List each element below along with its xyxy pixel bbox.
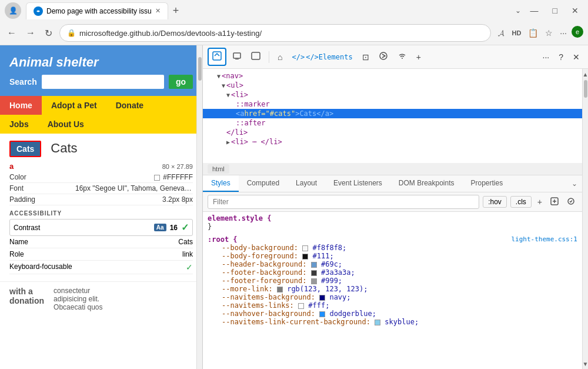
css-var-navitems-links: --navitems-links: #fff; — [215, 301, 577, 310]
filter-input[interactable] — [208, 195, 479, 209]
element-tag: a — [9, 162, 14, 171]
site-header: Animal shelter Search go — [0, 45, 202, 96]
inspect-button[interactable] — [208, 48, 226, 66]
expand-li-icon[interactable]: ▶ — [226, 139, 230, 145]
tab-overflow: ⌄ — [567, 175, 582, 192]
tab-properties[interactable]: Properties — [463, 175, 512, 192]
devtools-help-button[interactable]: ? — [555, 50, 567, 64]
scroll-up-button[interactable]: ▲ — [583, 71, 588, 78]
tree-line-anchor[interactable]: <a href= "#cats" >Cats</a> — [203, 109, 582, 118]
devtools-content: ▼ <nav> ▼ <ul> ▼ <li> : — [203, 69, 582, 369]
home-devtools-button[interactable]: ⌂ — [274, 50, 286, 64]
collapse-ul-icon[interactable]: ▼ — [222, 82, 225, 89]
tab-layout[interactable]: Layout — [288, 175, 325, 192]
after-pseudo: ::after — [236, 119, 266, 127]
tree-line-ul[interactable]: ▼ <ul> — [203, 81, 582, 90]
body-fg-swatch — [302, 254, 308, 260]
collapse-nav-icon[interactable]: ▼ — [217, 73, 220, 79]
minimize-button[interactable]: — — [526, 5, 543, 16]
address-bar[interactable]: 🔒 — [59, 24, 491, 42]
contrast-check-icon: ✓ — [181, 222, 189, 233]
scroll-thumb[interactable] — [584, 80, 587, 98]
tree-line-li-collapsed[interactable]: ▶ <li> ⋯ </li> — [203, 137, 582, 147]
device-emulation-button[interactable] — [229, 49, 245, 65]
bottom-text3: Obcaecati quos — [54, 303, 102, 311]
back-button[interactable]: ← — [5, 25, 19, 41]
contrast-label: Contrast — [14, 224, 151, 232]
new-tab-button[interactable]: + — [168, 2, 184, 19]
bottom-text1: consectetur — [54, 287, 102, 295]
styles-content[interactable]: element.style { } :root { light-theme.cs… — [203, 212, 582, 369]
nav-adopt[interactable]: Adopt a Pet — [42, 96, 106, 115]
active-tab[interactable]: Demo page with accessibility issu ✕ — [26, 2, 168, 19]
name-value: Cats — [178, 238, 193, 246]
collections-button[interactable]: 📋 — [526, 26, 540, 41]
wireless-button[interactable] — [394, 49, 410, 65]
marker-pseudo: ::marker — [236, 100, 270, 108]
close-window-button[interactable]: ✕ — [567, 5, 583, 16]
new-style-rule-button[interactable] — [548, 196, 561, 208]
elements-tab-button[interactable]: </> </>Elements — [288, 51, 356, 64]
keyboard-label: Keyboard-focusable — [9, 262, 72, 272]
navitems-current-value: skyblue; — [385, 318, 419, 326]
devtools-scrollbar[interactable]: ▲ ▼ — [582, 69, 588, 369]
collapse-li-icon[interactable]: ▼ — [226, 92, 230, 98]
tab-styles[interactable]: Styles — [203, 175, 239, 192]
tree-line-li[interactable]: ▼ <li> — [203, 90, 582, 99]
refresh-button[interactable]: ↻ — [42, 25, 55, 41]
panel-label: html — [203, 163, 582, 175]
url-input[interactable] — [79, 29, 483, 38]
page-bottom: with a donation consectetur adipisicing … — [0, 281, 202, 316]
styles-tabs: Styles Computed Layout Event Listeners D… — [203, 175, 582, 192]
user-avatar[interactable]: 👤 — [5, 2, 21, 19]
sources-button[interactable] — [375, 49, 392, 65]
console-button[interactable]: ⊡ — [359, 50, 373, 64]
force-state-button[interactable] — [564, 196, 577, 208]
hd-button[interactable]: HD — [509, 26, 523, 41]
tree-line-li-close[interactable]: </li> — [203, 128, 582, 137]
tab-close-button[interactable]: ✕ — [155, 7, 161, 15]
search-go-button[interactable]: go — [169, 75, 193, 89]
li-tag: <li> — [231, 91, 248, 99]
nav-donate[interactable]: Donate — [106, 96, 153, 115]
page-scrollbar[interactable] — [196, 45, 202, 369]
window-controls: ⌄ — □ ✕ — [515, 5, 583, 16]
tree-line-nav[interactable]: ▼ <nav> — [203, 71, 582, 81]
navhover-swatch — [319, 311, 325, 317]
hov-button[interactable]: :hov — [483, 196, 507, 208]
elements-tree[interactable]: ▼ <nav> ▼ <ul> ▼ <li> : — [203, 69, 582, 163]
devtools-more-button[interactable]: ··· — [539, 50, 553, 64]
nav-jobs[interactable]: Jobs — [0, 115, 38, 134]
cls-button[interactable]: .cls — [510, 196, 532, 208]
color-swatch-white — [154, 175, 160, 181]
nav-about[interactable]: About Us — [38, 115, 93, 134]
search-input[interactable] — [42, 75, 164, 89]
tabs-chevron-icon[interactable]: ⌄ — [572, 179, 577, 188]
tab-dom-breakpoints[interactable]: DOM Breakpoints — [390, 175, 463, 192]
read-aloud-button[interactable]: 𝓐 — [496, 26, 507, 41]
favorites-button[interactable]: ☆ — [543, 26, 555, 41]
tree-line-marker[interactable]: ::marker — [203, 99, 582, 109]
scroll-down-button[interactable]: ▼ — [583, 361, 588, 367]
role-row: Role link — [9, 248, 193, 261]
more-options-button[interactable]: ··· — [557, 26, 569, 41]
page-scroll-thumb[interactable] — [198, 57, 202, 81]
forward-button[interactable]: → — [24, 25, 38, 41]
nav-home[interactable]: Home — [0, 96, 42, 115]
tab-computed[interactable]: Computed — [239, 175, 288, 192]
tab-event-listeners[interactable]: Event Listeners — [325, 175, 390, 192]
devtools-close-button[interactable]: ✕ — [569, 50, 583, 64]
add-panel-button[interactable]: + — [413, 50, 425, 64]
title-bar: 👤 Demo page with accessibility issu ✕ + … — [0, 0, 588, 21]
edge-icon — [34, 6, 43, 16]
add-style-button[interactable]: + — [535, 196, 544, 208]
screen-reader-button[interactable] — [248, 49, 264, 65]
styles-toolbar: :hov .cls + — [203, 192, 582, 212]
padding-label: Padding — [9, 195, 35, 204]
tree-line-after[interactable]: ::after — [203, 118, 582, 128]
maximize-button[interactable]: □ — [548, 5, 562, 16]
footer-bg-swatch — [311, 270, 317, 276]
extension-icon: e — [572, 26, 583, 38]
file-reference[interactable]: light-theme.css:1 — [511, 235, 577, 243]
cats-link-highlighted[interactable]: Cats — [9, 141, 41, 157]
